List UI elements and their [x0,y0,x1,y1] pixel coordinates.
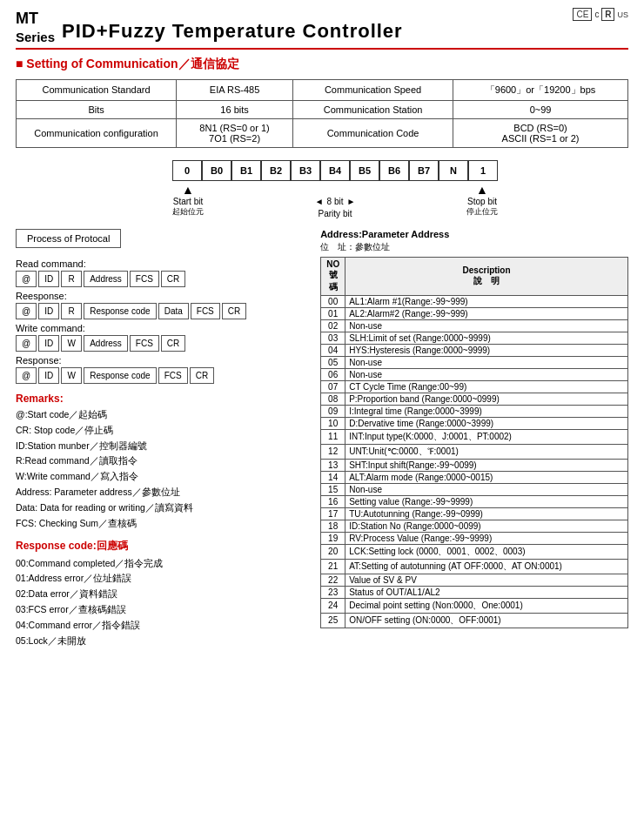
remarks-content: @:Start code／起始碼 CR: Stop code／停止碼 ID:St… [16,407,306,532]
resp-3: 03:FCS error／查核碼錯誤 [16,602,306,618]
addr-row-22: 22Value of SV & PV [321,574,628,586]
write-id: ID [38,335,59,352]
addr-row-20: 20LCK:Setting lock (0000、0001、0002、0003) [321,544,628,559]
write-command-label: Write command: [16,323,306,333]
remark-3: R:Read command／讀取指令 [16,453,306,469]
addr-row-02: 02Non-use [321,319,628,332]
read-at: @ [16,271,37,287]
protocol-title: Process of Protocal [27,233,110,244]
response-label: Reesponse: [16,291,306,301]
resp-5: 05:Lock／未開放 [16,634,306,649]
addr-row-25: 25ON/OFF setting (ON:0000、OFF:0001) [321,613,628,628]
write-at: @ [16,335,37,352]
header-top: MT Series PID+Fuzzy Temperature Controll… [16,9,628,46]
addr-desc-24: Decimal point setting (Non:0000、One:0001… [345,598,628,613]
section-title: ■ Setting of Communication／通信協定 [16,57,628,72]
resp-2: 02:Data error／資料錯誤 [16,587,306,602]
addr-no-header: NO號碼 [321,257,345,295]
comm-station-value: 0~99 [453,100,628,118]
addr-desc-04: HYS:Hysteresis (Range:0000~9999) [345,344,628,356]
addr-desc-25: ON/OFF setting (ON:0000、OFF:0001) [345,613,628,628]
write-resp-at: @ [16,367,37,384]
addr-no-09: 09 [321,405,345,417]
write-resp-w: W [61,367,82,384]
resp-4: 04:Command error／指令錯誤 [16,618,306,634]
addr-row-19: 19RV:Process Value (Range:-99~9999) [321,532,628,544]
bit-box-b4: B4 [320,160,350,181]
addr-row-21: 21AT:Setting of autotunning (AT OFF:0000… [321,559,628,574]
ce-marks: CE c R US [573,9,628,19]
stop-bit-annotation: ▲ Stop bit 停止位元 [466,183,498,218]
comm-std-label: Communication Standard [17,79,177,100]
addr-header-row: NO號碼 Description說 明 [321,257,628,295]
addr-row-15: 15Non-use [321,483,628,495]
write-command-row: @ ID W Address FCS CR [16,335,306,352]
write-resp-fcs: FCS [158,367,188,384]
addr-desc-17: TU:Autotunning (Range:-99~0999) [345,507,628,520]
addr-desc-05: Non-use [345,356,628,368]
addr-desc-00: AL1:Alarm #1(Range:-99~999) [345,295,628,307]
main-content: Process of Protocal Read command: @ ID R… [16,229,628,649]
addr-no-07: 07 [321,380,345,393]
comm-row-3: Communication configuration 8N1 (RS=0 or… [17,118,628,147]
write-cr: CR [161,335,185,352]
addr-no-22: 22 [321,574,345,586]
comm-code-label: Communication Code [293,118,453,147]
bit-diagram: 0 B0 B1 B2 B3 B4 B5 B6 B7 N 1 ▲ Start bi… [42,160,628,218]
addr-desc-06: Non-use [345,368,628,380]
remark-1: CR: Stop code／停止碼 [16,423,306,439]
bit-box-b5: B5 [350,160,379,181]
addr-no-16: 16 [321,495,345,507]
resp-id: ID [38,303,59,319]
mt-series-label: MT Series [16,9,55,46]
protocol-title-box: Process of Protocal [16,229,121,248]
stop-arrow: ▲ [476,183,488,197]
bit-box-b0: B0 [202,160,231,181]
eight-bit-annotation: ◄ 8 bit ► Parity bit [315,197,356,218]
protocol-section: Process of Protocal Read command: @ ID R… [16,229,306,649]
mt-label: MT [16,9,55,29]
addr-no-13: 13 [321,459,345,471]
comm-std-value: EIA RS-485 [177,79,293,100]
write-response-row: @ ID W Response code FCS CR [16,367,306,384]
eight-bit-label: 8 bit [327,197,344,206]
comm-code-value: BCD (RS=0) ASCII (RS=1 or 2) [453,118,628,147]
series-label: Series [16,29,55,46]
addr-desc-14: ALT:Alarm mode (Range:0000~0015) [345,471,628,483]
addr-no-18: 18 [321,520,345,532]
addr-row-05: 05Non-use [321,356,628,368]
addr-desc-13: SHT:Input shift(Range:-99~0099) [345,459,628,471]
addr-no-20: 20 [321,544,345,559]
comm-speed-value: 「9600」or「19200」bps [453,79,628,100]
read-r: R [61,271,82,287]
remark-4: W:Write command／寫入指令 [16,469,306,485]
addr-desc-01: AL2:Alarm#2 (Range:-99~999) [345,307,628,319]
addr-no-06: 06 [321,368,345,380]
addr-row-03: 03SLH:Limit of set (Range:0000~9999) [321,332,628,344]
addr-no-23: 23 [321,586,345,598]
comm-row-2: Bits 16 bits Communication Station 0~99 [17,100,628,118]
resp-at: @ [16,303,37,319]
bit-box-n: N [439,160,468,181]
response-code-content: 00:Command completed／指令完成 01:Address err… [16,556,306,649]
addr-no-19: 19 [321,532,345,544]
addr-row-24: 24Decimal point setting (Non:0000、One:00… [321,598,628,613]
addr-no-05: 05 [321,356,345,368]
addr-no-03: 03 [321,332,345,344]
addr-no-02: 02 [321,319,345,332]
write-w: W [61,335,82,352]
addr-desc-03: SLH:Limit of set (Range:0000~9999) [345,332,628,344]
addr-row-18: 18ID:Station No (Range:0000~0099) [321,520,628,532]
comm-speed-label: Communication Speed [293,79,453,100]
write-resp-id: ID [38,367,59,384]
bit-box-b1: B1 [231,160,261,181]
comm-row-1: Communication Standard EIA RS-485 Commun… [17,79,628,100]
addr-row-06: 06Non-use [321,368,628,380]
addr-subtitle: 位 址：參數位址 [320,241,628,253]
remark-7: FCS: Checking Sum／查核碼 [16,516,306,532]
addr-no-08: 08 [321,393,345,405]
bit-box-b7: B7 [409,160,439,181]
resp-1: 01:Address error／位址錯誤 [16,571,306,587]
resp-data: Data [158,303,189,319]
bit-box-1: 1 [468,160,498,181]
